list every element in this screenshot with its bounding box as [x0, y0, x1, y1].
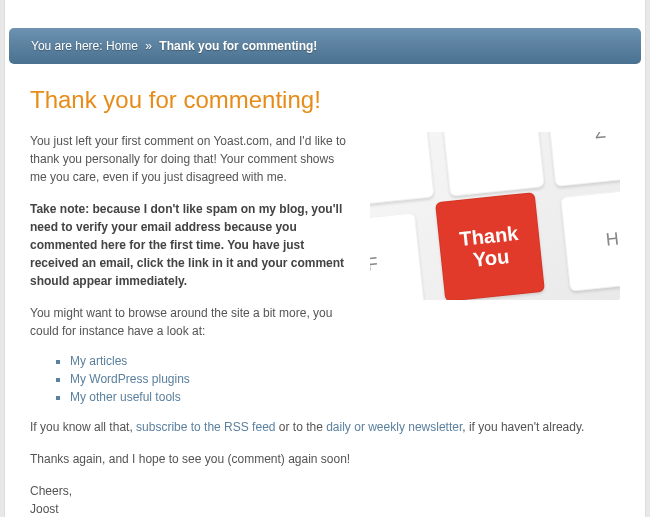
- list-item: My articles: [70, 354, 620, 368]
- suggestion-list: My articles My WordPress plugins My othe…: [70, 354, 620, 404]
- breadcrumb-separator: »: [145, 39, 152, 53]
- list-item: My WordPress plugins: [70, 372, 620, 386]
- page-title: Thank you for commenting!: [30, 86, 620, 114]
- keyboard-key-f: F: [370, 212, 425, 300]
- browse-paragraph: You might want to browse around the site…: [30, 304, 620, 340]
- keyboard-key-h: H: [560, 187, 620, 291]
- list-item: My other useful tools: [70, 390, 620, 404]
- breadcrumb: You are here: Home » Thank you for comme…: [9, 28, 641, 64]
- page-wrap: You are here: Home » Thank you for comme…: [4, 0, 646, 517]
- content-area: Thank you for commenting! Z F H Thank Yo…: [5, 36, 645, 517]
- rss-subscribe-link[interactable]: subscribe to the RSS feed: [136, 420, 275, 434]
- cheers-text: Cheers,: [30, 484, 72, 498]
- breadcrumb-home-link[interactable]: Home: [106, 39, 138, 53]
- keyboard-key: [440, 132, 544, 197]
- author-name: Joost: [30, 502, 59, 516]
- my-wordpress-plugins-link[interactable]: My WordPress plugins: [70, 372, 190, 386]
- newsletter-link[interactable]: daily or weekly newsletter: [326, 420, 462, 434]
- thanks-again-paragraph: Thanks again, and I hope to see you (com…: [30, 450, 620, 468]
- my-articles-link[interactable]: My articles: [70, 354, 127, 368]
- thank-you-key: Thank You: [435, 192, 545, 300]
- signoff: Cheers, Joost: [30, 482, 620, 517]
- keyboard-key: [370, 132, 434, 206]
- breadcrumb-current: Thank you for commenting!: [159, 39, 317, 53]
- rss-mid-text: or to the: [275, 420, 326, 434]
- breadcrumb-prefix: You are here:: [31, 39, 103, 53]
- rss-pre-text: If you know all that,: [30, 420, 136, 434]
- my-useful-tools-link[interactable]: My other useful tools: [70, 390, 181, 404]
- rss-post-text: , if you haven't already.: [462, 420, 584, 434]
- keyboard-key-z: Z: [545, 132, 620, 187]
- rss-paragraph: If you know all that, subscribe to the R…: [30, 418, 620, 436]
- thank-you-keyboard-image: Z F H Thank You: [370, 132, 620, 300]
